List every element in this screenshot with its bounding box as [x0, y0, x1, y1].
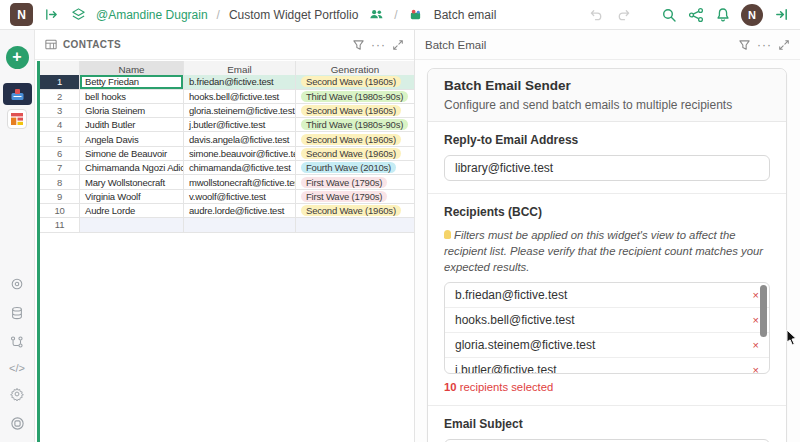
- cell-email[interactable]: gloria.steinem@fictive.test: [184, 104, 296, 118]
- row-number[interactable]: 11: [40, 218, 80, 232]
- card-title: Batch Email Sender: [444, 78, 770, 93]
- row-number[interactable]: 1: [40, 75, 80, 89]
- redo-icon[interactable]: [614, 6, 632, 24]
- cell-name[interactable]: Betty Friedan: [80, 75, 184, 89]
- recipient-email: hooks.bell@fictive.test: [455, 313, 575, 327]
- cell-generation[interactable]: Third Wave (1980s-90s): [296, 90, 415, 104]
- code-icon[interactable]: </>: [9, 362, 25, 374]
- topbar: N @Amandine Dugrain / Custom Widget Port…: [0, 0, 800, 30]
- scrollbar-thumb[interactable]: [760, 285, 767, 337]
- subject-label: Email Subject: [444, 417, 770, 431]
- cell-email[interactable]: davis.angela@fictive.test: [184, 132, 296, 146]
- row-number[interactable]: 3: [40, 104, 80, 118]
- collaborators-icon[interactable]: [367, 6, 385, 24]
- cell-name[interactable]: Angela Davis: [80, 132, 184, 146]
- remove-recipient-button[interactable]: ×: [753, 314, 759, 326]
- cell-name[interactable]: Mary Wollstonecraft: [80, 175, 184, 189]
- row-number[interactable]: 8: [40, 175, 80, 189]
- target-icon[interactable]: [8, 275, 26, 293]
- lightbulb-icon: [444, 230, 451, 239]
- recipient-row: b.friedan@fictive.test×: [445, 283, 769, 308]
- breadcrumb-separator-2: /: [394, 8, 397, 22]
- base-layers-icon[interactable]: [69, 6, 87, 24]
- cell-generation[interactable]: Second Wave (1960s): [296, 132, 415, 146]
- cell-name[interactable]: Gloria Steinem: [80, 104, 184, 118]
- recipients-label: Recipients (BCC): [444, 205, 770, 219]
- row-number[interactable]: 10: [40, 204, 80, 218]
- row-number[interactable]: 6: [40, 147, 80, 161]
- more-options-icon[interactable]: ···: [371, 40, 386, 50]
- cell-name[interactable]: bell hooks: [80, 90, 184, 104]
- app-logo[interactable]: N: [10, 3, 33, 26]
- sidebar-item-batch-email[interactable]: [3, 83, 32, 105]
- share-icon[interactable]: [687, 6, 705, 24]
- cell-generation[interactable]: Second Wave (1960s): [296, 147, 415, 161]
- collapse-panel-icon[interactable]: [42, 6, 60, 24]
- gear-icon[interactable]: [8, 385, 26, 403]
- breadcrumb-user[interactable]: @Amandine Dugrain: [96, 8, 208, 22]
- recipients-listbox[interactable]: b.friedan@fictive.test×hooks.bell@fictiv…: [444, 282, 770, 374]
- cell-email[interactable]: v.woolf@fictive.test: [184, 190, 296, 204]
- cell-name[interactable]: Chimamanda Ngozi Adichie: [80, 161, 184, 175]
- add-widget-button[interactable]: +: [6, 46, 29, 69]
- expand-icon[interactable]: [392, 39, 404, 51]
- row-number[interactable]: 4: [40, 118, 80, 132]
- reply-to-input[interactable]: [444, 155, 770, 181]
- collapse-right-icon[interactable]: [772, 6, 790, 24]
- cell-generation[interactable]: First Wave (1790s): [296, 190, 415, 204]
- search-icon[interactable]: [660, 6, 678, 24]
- table-widget-icon: [11, 113, 23, 125]
- cell-email[interactable]: [184, 218, 296, 232]
- database-icon[interactable]: [8, 304, 26, 322]
- remove-recipient-button[interactable]: ×: [753, 339, 759, 351]
- cell-email[interactable]: simone.beauvoir@fictive.test: [184, 147, 296, 161]
- cell-name[interactable]: [80, 218, 184, 232]
- automation-flow-icon[interactable]: [8, 333, 26, 351]
- breadcrumb-separator: /: [217, 8, 220, 22]
- remove-recipient-button[interactable]: ×: [753, 364, 759, 374]
- widget-puzzle-icon: [407, 6, 425, 24]
- cell-generation[interactable]: Third Wave (1980s-90s): [296, 118, 415, 132]
- remove-recipient-button[interactable]: ×: [753, 289, 759, 301]
- cell-name[interactable]: Simone de Beauvoir: [80, 147, 184, 161]
- filter-icon[interactable]: [352, 39, 365, 51]
- notifications-bell-icon[interactable]: [714, 6, 732, 24]
- table-icon: [45, 39, 57, 50]
- contacts-panel-header: CONTACTS ···: [35, 30, 414, 60]
- generation-label: Second Wave (1960s): [301, 105, 401, 116]
- recipient-email: gloria.steinem@fictive.test: [455, 338, 595, 352]
- cell-email[interactable]: b.friedan@fictive.test: [184, 75, 296, 89]
- generation-label: Second Wave (1960s): [301, 148, 401, 159]
- app-mark-icon[interactable]: [8, 414, 26, 432]
- cell-name[interactable]: Audre Lorde: [80, 204, 184, 218]
- breadcrumb-base[interactable]: Custom Widget Portfolio: [229, 8, 358, 22]
- cell-generation[interactable]: Fourth Wave (2010s): [296, 161, 415, 175]
- cell-generation[interactable]: First Wave (1790s): [296, 175, 415, 189]
- row-number[interactable]: 2: [40, 90, 80, 104]
- cell-email[interactable]: audre.lorde@fictive.test: [184, 204, 296, 218]
- row-number[interactable]: 5: [40, 132, 80, 146]
- cell-email[interactable]: mwollstonecraft@fictive.test: [184, 175, 296, 189]
- cell-email[interactable]: hooks.bell@fictive.test: [184, 90, 296, 104]
- cell-generation[interactable]: Second Wave (1960s): [296, 204, 415, 218]
- cell-name[interactable]: Virginia Woolf: [80, 190, 184, 204]
- user-avatar[interactable]: N: [741, 4, 763, 26]
- filter-icon[interactable]: [738, 39, 751, 51]
- row-number[interactable]: 7: [40, 161, 80, 175]
- row-number[interactable]: 9: [40, 190, 80, 204]
- expand-icon[interactable]: [778, 39, 790, 51]
- cell-email[interactable]: j.butler@fictive.test: [184, 118, 296, 132]
- cell-name[interactable]: Judith Butler: [80, 118, 184, 132]
- cell-generation[interactable]: Second Wave (1960s): [296, 104, 415, 118]
- mouse-cursor: [786, 329, 798, 350]
- more-options-icon[interactable]: ···: [757, 40, 772, 50]
- subject-section: Email Subject: [428, 406, 786, 442]
- sidebar-item-custom-widget[interactable]: [7, 109, 27, 129]
- cell-generation[interactable]: Second Wave (1960s): [296, 75, 415, 89]
- cell-generation[interactable]: [296, 218, 415, 232]
- undo-icon[interactable]: [587, 6, 605, 24]
- contacts-panel-title: CONTACTS: [63, 39, 121, 50]
- cell-email[interactable]: chimamanda@fictive.test: [184, 161, 296, 175]
- generation-label: First Wave (1790s): [301, 177, 387, 188]
- card-header: Batch Email Sender Configure and send ba…: [428, 69, 786, 122]
